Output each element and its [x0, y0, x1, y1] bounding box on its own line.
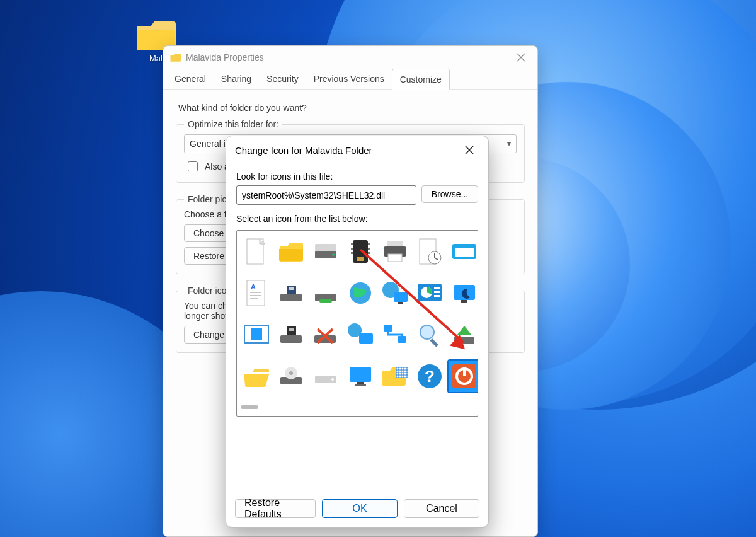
- icon-network[interactable]: [379, 319, 411, 350]
- icon-text-doc[interactable]: A: [241, 277, 272, 309]
- properties-title: Malavida Properties: [186, 52, 264, 62]
- svg-rect-23: [250, 298, 258, 299]
- svg-rect-51: [430, 338, 438, 347]
- svg-rect-21: [250, 292, 261, 293]
- tab-previous-versions[interactable]: Previous Versions: [306, 69, 392, 90]
- icon-folder-open[interactable]: [241, 361, 272, 392]
- tab-customize[interactable]: Customize: [392, 69, 450, 90]
- icon-document[interactable]: [241, 236, 272, 267]
- icon-magnifier[interactable]: [414, 319, 445, 350]
- tabstrip: General Sharing Security Previous Versio…: [163, 69, 537, 90]
- optimize-legend: Optimize this folder for:: [184, 119, 282, 129]
- icon-chart-pie[interactable]: [414, 277, 445, 309]
- chevron-down-icon: ▾: [507, 139, 511, 148]
- svg-point-57: [331, 378, 334, 381]
- desktop[interactable]: Malavida Malavida Properties General Sha…: [0, 0, 756, 537]
- svg-rect-48: [384, 325, 392, 332]
- change-icon-dialog: Change Icon for Malavida Folder Look for…: [226, 136, 489, 528]
- icon-folder-calendar[interactable]: [379, 361, 411, 392]
- change-icon-title: Change Icon for Malavida Folder: [235, 145, 372, 156]
- svg-point-50: [420, 325, 434, 339]
- ok-button[interactable]: OK: [322, 499, 398, 518]
- properties-titlebar[interactable]: Malavida Properties: [163, 46, 537, 69]
- icon-drive-external[interactable]: [310, 277, 341, 309]
- horizontal-scrollbar[interactable]: [241, 402, 272, 412]
- browse-button[interactable]: Browse...: [421, 185, 478, 203]
- close-icon[interactable]: [511, 47, 531, 67]
- svg-rect-7: [351, 248, 353, 250]
- icon-moon-monitor[interactable]: [449, 277, 478, 309]
- icon-globe[interactable]: [345, 277, 376, 309]
- svg-rect-37: [434, 295, 440, 297]
- svg-point-3: [332, 253, 335, 256]
- svg-rect-35: [434, 287, 440, 289]
- icon-window-panel[interactable]: [241, 319, 272, 350]
- icon-drive-floppy[interactable]: [275, 319, 307, 350]
- svg-rect-32: [398, 302, 403, 304]
- also-apply-checkbox-input[interactable]: [188, 161, 198, 171]
- icon-run-window[interactable]: [449, 236, 478, 267]
- svg-rect-28: [319, 299, 332, 303]
- svg-rect-6: [351, 243, 353, 245]
- svg-text:A: A: [251, 283, 256, 291]
- svg-rect-10: [368, 248, 370, 250]
- svg-rect-31: [394, 292, 408, 302]
- svg-text:?: ?: [425, 367, 435, 386]
- svg-rect-59: [357, 382, 364, 384]
- svg-rect-2: [315, 244, 336, 251]
- icon-drive-light[interactable]: [310, 361, 341, 392]
- change-icon-button-row: Restore Defaults OK Cancel: [226, 490, 488, 527]
- customize-question: What kind of folder do you want?: [178, 103, 522, 113]
- icon-power[interactable]: [449, 361, 478, 392]
- svg-rect-49: [398, 336, 406, 343]
- icon-drive-removable[interactable]: [275, 277, 307, 309]
- look-for-label: Look for icons in this file:: [236, 171, 478, 182]
- tab-sharing[interactable]: Sharing: [214, 69, 259, 90]
- tab-general[interactable]: General: [167, 69, 214, 90]
- svg-rect-39: [461, 300, 467, 303]
- icon-monitor[interactable]: [345, 361, 376, 392]
- change-icon-body: Look for icons in this file: Browse... S…: [226, 164, 488, 417]
- svg-rect-47: [359, 333, 373, 344]
- svg-rect-18: [455, 248, 474, 257]
- svg-rect-60: [355, 384, 366, 386]
- icon-chip[interactable]: [345, 236, 376, 267]
- svg-rect-66: [463, 367, 466, 376]
- icon-list[interactable]: A ?: [236, 230, 478, 417]
- folder-icon: [169, 52, 181, 63]
- icon-drive-fixed[interactable]: [310, 236, 341, 267]
- svg-rect-14: [388, 254, 402, 262]
- svg-rect-11: [368, 252, 370, 254]
- icon-printer[interactable]: [379, 236, 411, 267]
- svg-rect-58: [350, 367, 371, 382]
- cancel-button[interactable]: Cancel: [404, 499, 479, 518]
- restore-defaults-button[interactable]: Restore Defaults: [235, 499, 316, 518]
- svg-point-55: [289, 371, 293, 375]
- icon-network-monitor[interactable]: [345, 319, 376, 350]
- tab-security[interactable]: Security: [259, 69, 306, 90]
- icon-folder[interactable]: [275, 236, 307, 267]
- icon-drive-disconnected[interactable]: [310, 319, 341, 350]
- svg-rect-36: [434, 291, 440, 293]
- icon-help[interactable]: ?: [414, 361, 445, 392]
- svg-rect-41: [251, 328, 262, 340]
- change-icon-titlebar[interactable]: Change Icon for Malavida Folder: [226, 136, 488, 164]
- svg-rect-5: [357, 257, 364, 261]
- svg-rect-42: [280, 335, 302, 343]
- svg-rect-9: [368, 243, 370, 245]
- icon-drive-cd[interactable]: [275, 361, 307, 392]
- svg-rect-44: [289, 328, 294, 331]
- svg-rect-8: [351, 252, 353, 254]
- svg-rect-24: [280, 294, 302, 301]
- icon-recent-doc[interactable]: [414, 236, 445, 267]
- icon-drive-eject[interactable]: [449, 319, 478, 350]
- svg-rect-26: [289, 287, 294, 290]
- svg-rect-52: [454, 337, 474, 344]
- close-icon[interactable]: [459, 140, 479, 160]
- icon-path-input[interactable]: [236, 185, 416, 205]
- icon-globe-monitor[interactable]: [379, 277, 411, 309]
- svg-rect-22: [250, 295, 261, 296]
- select-icon-label: Select an icon from the list below:: [236, 214, 478, 224]
